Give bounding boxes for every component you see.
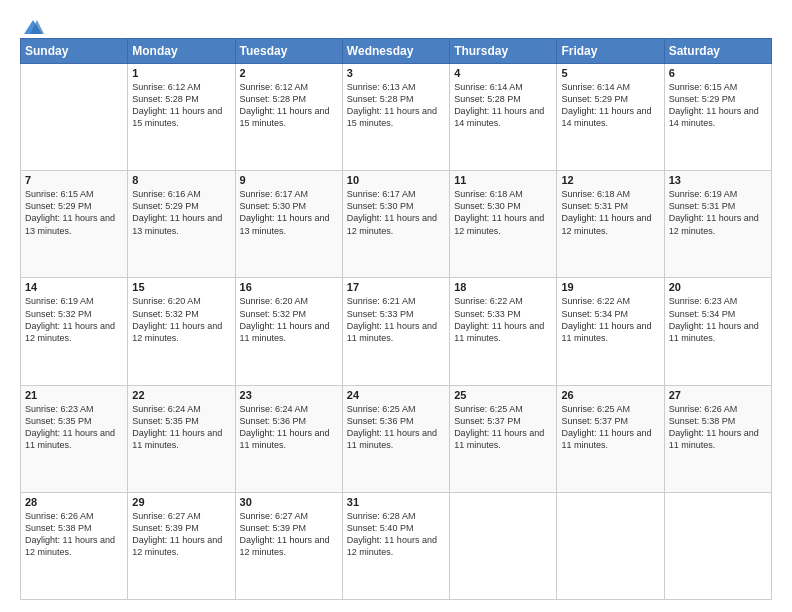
calendar-cell: 23Sunrise: 6:24 AMSunset: 5:36 PMDayligh… xyxy=(235,385,342,492)
calendar-cell: 11Sunrise: 6:18 AMSunset: 5:30 PMDayligh… xyxy=(450,171,557,278)
day-info: Sunrise: 6:16 AMSunset: 5:29 PMDaylight:… xyxy=(132,188,230,237)
calendar-cell: 7Sunrise: 6:15 AMSunset: 5:29 PMDaylight… xyxy=(21,171,128,278)
calendar-cell: 8Sunrise: 6:16 AMSunset: 5:29 PMDaylight… xyxy=(128,171,235,278)
sunrise-label: Sunrise: 6:22 AM xyxy=(561,296,630,306)
daylight-label: Daylight: 11 hours and 11 minutes. xyxy=(454,321,544,343)
sunset-label: Sunset: 5:38 PM xyxy=(25,523,92,533)
sunset-label: Sunset: 5:31 PM xyxy=(669,201,736,211)
col-friday: Friday xyxy=(557,39,664,64)
sunrise-label: Sunrise: 6:14 AM xyxy=(561,82,630,92)
calendar-cell: 12Sunrise: 6:18 AMSunset: 5:31 PMDayligh… xyxy=(557,171,664,278)
sunrise-label: Sunrise: 6:25 AM xyxy=(561,404,630,414)
sunrise-label: Sunrise: 6:15 AM xyxy=(25,189,94,199)
sunset-label: Sunset: 5:28 PM xyxy=(132,94,199,104)
sunrise-label: Sunrise: 6:24 AM xyxy=(240,404,309,414)
day-info: Sunrise: 6:15 AMSunset: 5:29 PMDaylight:… xyxy=(669,81,767,130)
sunrise-label: Sunrise: 6:14 AM xyxy=(454,82,523,92)
day-info: Sunrise: 6:20 AMSunset: 5:32 PMDaylight:… xyxy=(240,295,338,344)
col-saturday: Saturday xyxy=(664,39,771,64)
daylight-label: Daylight: 11 hours and 11 minutes. xyxy=(454,428,544,450)
daylight-label: Daylight: 11 hours and 11 minutes. xyxy=(669,428,759,450)
daylight-label: Daylight: 11 hours and 13 minutes. xyxy=(25,213,115,235)
page: Sunday Monday Tuesday Wednesday Thursday… xyxy=(0,0,792,612)
calendar-cell xyxy=(664,492,771,599)
sunrise-label: Sunrise: 6:17 AM xyxy=(347,189,416,199)
day-number: 31 xyxy=(347,496,445,508)
sunset-label: Sunset: 5:35 PM xyxy=(132,416,199,426)
sunrise-label: Sunrise: 6:24 AM xyxy=(132,404,201,414)
daylight-label: Daylight: 11 hours and 14 minutes. xyxy=(669,106,759,128)
day-info: Sunrise: 6:18 AMSunset: 5:31 PMDaylight:… xyxy=(561,188,659,237)
sunset-label: Sunset: 5:28 PM xyxy=(454,94,521,104)
calendar-cell: 18Sunrise: 6:22 AMSunset: 5:33 PMDayligh… xyxy=(450,278,557,385)
day-number: 25 xyxy=(454,389,552,401)
calendar-cell: 15Sunrise: 6:20 AMSunset: 5:32 PMDayligh… xyxy=(128,278,235,385)
sunset-label: Sunset: 5:38 PM xyxy=(669,416,736,426)
daylight-label: Daylight: 11 hours and 12 minutes. xyxy=(347,213,437,235)
day-info: Sunrise: 6:17 AMSunset: 5:30 PMDaylight:… xyxy=(240,188,338,237)
daylight-label: Daylight: 11 hours and 12 minutes. xyxy=(132,535,222,557)
sunrise-label: Sunrise: 6:20 AM xyxy=(240,296,309,306)
calendar-cell: 29Sunrise: 6:27 AMSunset: 5:39 PMDayligh… xyxy=(128,492,235,599)
daylight-label: Daylight: 11 hours and 11 minutes. xyxy=(347,321,437,343)
calendar-cell: 26Sunrise: 6:25 AMSunset: 5:37 PMDayligh… xyxy=(557,385,664,492)
daylight-label: Daylight: 11 hours and 14 minutes. xyxy=(454,106,544,128)
daylight-label: Daylight: 11 hours and 12 minutes. xyxy=(669,213,759,235)
sunrise-label: Sunrise: 6:26 AM xyxy=(25,511,94,521)
daylight-label: Daylight: 11 hours and 12 minutes. xyxy=(25,321,115,343)
calendar-header-row: Sunday Monday Tuesday Wednesday Thursday… xyxy=(21,39,772,64)
sunset-label: Sunset: 5:37 PM xyxy=(454,416,521,426)
daylight-label: Daylight: 11 hours and 13 minutes. xyxy=(132,213,222,235)
sunset-label: Sunset: 5:34 PM xyxy=(669,309,736,319)
day-info: Sunrise: 6:24 AMSunset: 5:36 PMDaylight:… xyxy=(240,403,338,452)
sunrise-label: Sunrise: 6:18 AM xyxy=(454,189,523,199)
sunrise-label: Sunrise: 6:17 AM xyxy=(240,189,309,199)
calendar-cell: 2Sunrise: 6:12 AMSunset: 5:28 PMDaylight… xyxy=(235,64,342,171)
calendar-cell: 31Sunrise: 6:28 AMSunset: 5:40 PMDayligh… xyxy=(342,492,449,599)
sunrise-label: Sunrise: 6:28 AM xyxy=(347,511,416,521)
day-number: 17 xyxy=(347,281,445,293)
sunset-label: Sunset: 5:30 PM xyxy=(454,201,521,211)
calendar-cell xyxy=(557,492,664,599)
daylight-label: Daylight: 11 hours and 15 minutes. xyxy=(347,106,437,128)
sunset-label: Sunset: 5:37 PM xyxy=(561,416,628,426)
col-sunday: Sunday xyxy=(21,39,128,64)
day-number: 16 xyxy=(240,281,338,293)
calendar-cell xyxy=(21,64,128,171)
sunset-label: Sunset: 5:39 PM xyxy=(240,523,307,533)
day-info: Sunrise: 6:22 AMSunset: 5:33 PMDaylight:… xyxy=(454,295,552,344)
daylight-label: Daylight: 11 hours and 12 minutes. xyxy=(240,535,330,557)
sunset-label: Sunset: 5:40 PM xyxy=(347,523,414,533)
sunrise-label: Sunrise: 6:16 AM xyxy=(132,189,201,199)
calendar-table: Sunday Monday Tuesday Wednesday Thursday… xyxy=(20,38,772,600)
day-number: 11 xyxy=(454,174,552,186)
daylight-label: Daylight: 11 hours and 11 minutes. xyxy=(240,321,330,343)
sunset-label: Sunset: 5:29 PM xyxy=(25,201,92,211)
calendar-cell: 27Sunrise: 6:26 AMSunset: 5:38 PMDayligh… xyxy=(664,385,771,492)
calendar-cell: 4Sunrise: 6:14 AMSunset: 5:28 PMDaylight… xyxy=(450,64,557,171)
day-info: Sunrise: 6:18 AMSunset: 5:30 PMDaylight:… xyxy=(454,188,552,237)
col-thursday: Thursday xyxy=(450,39,557,64)
sunrise-label: Sunrise: 6:15 AM xyxy=(669,82,738,92)
day-number: 29 xyxy=(132,496,230,508)
day-info: Sunrise: 6:17 AMSunset: 5:30 PMDaylight:… xyxy=(347,188,445,237)
calendar-week-row: 7Sunrise: 6:15 AMSunset: 5:29 PMDaylight… xyxy=(21,171,772,278)
sunset-label: Sunset: 5:34 PM xyxy=(561,309,628,319)
daylight-label: Daylight: 11 hours and 15 minutes. xyxy=(240,106,330,128)
day-info: Sunrise: 6:25 AMSunset: 5:36 PMDaylight:… xyxy=(347,403,445,452)
daylight-label: Daylight: 11 hours and 14 minutes. xyxy=(561,106,651,128)
calendar-cell: 13Sunrise: 6:19 AMSunset: 5:31 PMDayligh… xyxy=(664,171,771,278)
calendar-cell: 30Sunrise: 6:27 AMSunset: 5:39 PMDayligh… xyxy=(235,492,342,599)
calendar-cell: 16Sunrise: 6:20 AMSunset: 5:32 PMDayligh… xyxy=(235,278,342,385)
day-info: Sunrise: 6:19 AMSunset: 5:31 PMDaylight:… xyxy=(669,188,767,237)
calendar-cell xyxy=(450,492,557,599)
calendar-cell: 6Sunrise: 6:15 AMSunset: 5:29 PMDaylight… xyxy=(664,64,771,171)
day-info: Sunrise: 6:23 AMSunset: 5:35 PMDaylight:… xyxy=(25,403,123,452)
day-info: Sunrise: 6:14 AMSunset: 5:29 PMDaylight:… xyxy=(561,81,659,130)
day-info: Sunrise: 6:14 AMSunset: 5:28 PMDaylight:… xyxy=(454,81,552,130)
calendar-cell: 17Sunrise: 6:21 AMSunset: 5:33 PMDayligh… xyxy=(342,278,449,385)
sunset-label: Sunset: 5:32 PM xyxy=(240,309,307,319)
day-info: Sunrise: 6:25 AMSunset: 5:37 PMDaylight:… xyxy=(454,403,552,452)
sunrise-label: Sunrise: 6:25 AM xyxy=(347,404,416,414)
calendar-cell: 22Sunrise: 6:24 AMSunset: 5:35 PMDayligh… xyxy=(128,385,235,492)
